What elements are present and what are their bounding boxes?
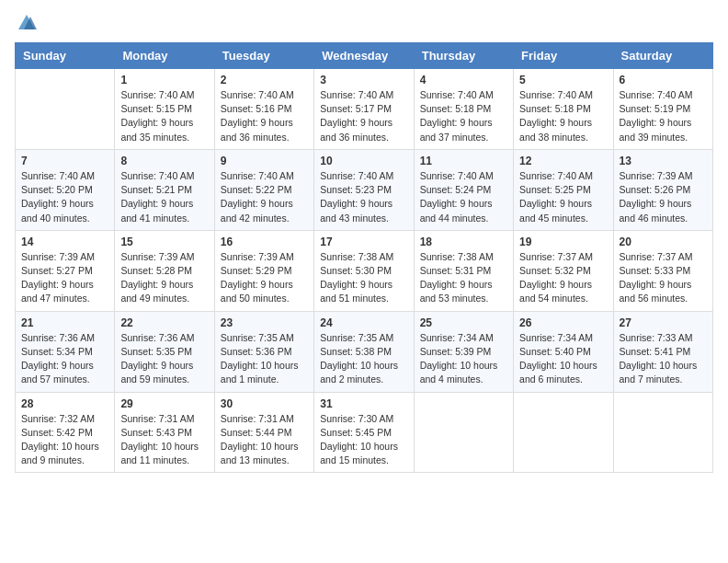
day-info: Sunrise: 7:35 AM Sunset: 5:36 PM Dayligh…: [221, 331, 308, 387]
day-number: 6: [620, 74, 707, 86]
calendar-week-row: 14Sunrise: 7:39 AM Sunset: 5:27 PM Dayli…: [16, 230, 713, 311]
logo-icon: [17, 13, 37, 33]
calendar-table: SundayMondayTuesdayWednesdayThursdayFrid…: [15, 42, 713, 473]
day-number: 9: [221, 155, 308, 167]
calendar-week-row: 28Sunrise: 7:32 AM Sunset: 5:42 PM Dayli…: [16, 392, 713, 473]
calendar-cell: 3Sunrise: 7:40 AM Sunset: 5:17 PM Daylig…: [314, 69, 414, 150]
day-number: 25: [420, 316, 507, 329]
day-number: 14: [21, 236, 108, 248]
calendar-week-row: 7Sunrise: 7:40 AM Sunset: 5:20 PM Daylig…: [16, 149, 713, 230]
day-info: Sunrise: 7:35 AM Sunset: 5:38 PM Dayligh…: [320, 331, 407, 387]
day-number: 26: [519, 316, 607, 329]
column-header-tuesday: Tuesday: [214, 43, 313, 69]
day-info: Sunrise: 7:40 AM Sunset: 5:18 PM Dayligh…: [420, 88, 507, 144]
day-info: Sunrise: 7:39 AM Sunset: 5:26 PM Dayligh…: [620, 169, 707, 225]
day-info: Sunrise: 7:31 AM Sunset: 5:43 PM Dayligh…: [120, 412, 208, 468]
calendar-cell: 22Sunrise: 7:36 AM Sunset: 5:35 PM Dayli…: [115, 311, 214, 392]
logo: [15, 15, 37, 33]
day-number: 10: [320, 155, 407, 167]
column-header-saturday: Saturday: [613, 43, 712, 69]
calendar-cell: [414, 392, 513, 473]
calendar-cell: 20Sunrise: 7:37 AM Sunset: 5:33 PM Dayli…: [613, 230, 712, 311]
page-header: [15, 15, 713, 33]
day-info: Sunrise: 7:36 AM Sunset: 5:35 PM Dayligh…: [120, 331, 208, 387]
day-number: 20: [620, 236, 707, 248]
calendar-cell: 9Sunrise: 7:40 AM Sunset: 5:22 PM Daylig…: [214, 149, 313, 230]
day-number: 17: [320, 236, 407, 248]
day-number: 22: [120, 316, 208, 329]
day-info: Sunrise: 7:40 AM Sunset: 5:24 PM Dayligh…: [420, 169, 507, 225]
day-info: Sunrise: 7:40 AM Sunset: 5:23 PM Dayligh…: [320, 169, 407, 225]
calendar-cell: [613, 392, 712, 473]
calendar-cell: 17Sunrise: 7:38 AM Sunset: 5:30 PM Dayli…: [314, 230, 414, 311]
day-info: Sunrise: 7:40 AM Sunset: 5:21 PM Dayligh…: [120, 169, 208, 225]
day-number: 13: [620, 155, 707, 167]
day-info: Sunrise: 7:38 AM Sunset: 5:30 PM Dayligh…: [320, 250, 407, 306]
calendar-cell: 21Sunrise: 7:36 AM Sunset: 5:34 PM Dayli…: [16, 311, 115, 392]
calendar-cell: 29Sunrise: 7:31 AM Sunset: 5:43 PM Dayli…: [115, 392, 214, 473]
day-number: 16: [221, 236, 308, 248]
day-number: 30: [221, 397, 308, 410]
calendar-cell: 14Sunrise: 7:39 AM Sunset: 5:27 PM Dayli…: [16, 230, 115, 311]
day-info: Sunrise: 7:39 AM Sunset: 5:27 PM Dayligh…: [21, 250, 108, 306]
calendar-cell: 19Sunrise: 7:37 AM Sunset: 5:32 PM Dayli…: [514, 230, 613, 311]
calendar-cell: 16Sunrise: 7:39 AM Sunset: 5:29 PM Dayli…: [214, 230, 313, 311]
calendar-cell: 18Sunrise: 7:38 AM Sunset: 5:31 PM Dayli…: [414, 230, 513, 311]
calendar-cell: 31Sunrise: 7:30 AM Sunset: 5:45 PM Dayli…: [314, 392, 414, 473]
day-info: Sunrise: 7:39 AM Sunset: 5:28 PM Dayligh…: [120, 250, 208, 306]
day-info: Sunrise: 7:39 AM Sunset: 5:29 PM Dayligh…: [221, 250, 308, 306]
day-number: 29: [120, 397, 208, 410]
calendar-cell: 24Sunrise: 7:35 AM Sunset: 5:38 PM Dayli…: [314, 311, 414, 392]
day-info: Sunrise: 7:40 AM Sunset: 5:16 PM Dayligh…: [221, 88, 308, 144]
day-number: 3: [320, 74, 407, 86]
calendar-cell: [16, 69, 115, 150]
day-info: Sunrise: 7:40 AM Sunset: 5:25 PM Dayligh…: [519, 169, 607, 225]
day-number: 31: [320, 397, 407, 410]
day-info: Sunrise: 7:33 AM Sunset: 5:41 PM Dayligh…: [620, 331, 707, 387]
day-number: 21: [21, 316, 108, 329]
day-number: 12: [519, 155, 607, 167]
calendar-cell: 1Sunrise: 7:40 AM Sunset: 5:15 PM Daylig…: [115, 69, 214, 150]
column-header-friday: Friday: [514, 43, 613, 69]
calendar-week-row: 21Sunrise: 7:36 AM Sunset: 5:34 PM Dayli…: [16, 311, 713, 392]
calendar-week-row: 1Sunrise: 7:40 AM Sunset: 5:15 PM Daylig…: [16, 69, 713, 150]
calendar-cell: 27Sunrise: 7:33 AM Sunset: 5:41 PM Dayli…: [613, 311, 712, 392]
calendar-cell: 2Sunrise: 7:40 AM Sunset: 5:16 PM Daylig…: [214, 69, 313, 150]
day-info: Sunrise: 7:38 AM Sunset: 5:31 PM Dayligh…: [420, 250, 507, 306]
calendar-cell: 23Sunrise: 7:35 AM Sunset: 5:36 PM Dayli…: [214, 311, 313, 392]
day-number: 7: [21, 155, 108, 167]
column-header-wednesday: Wednesday: [314, 43, 414, 69]
day-info: Sunrise: 7:40 AM Sunset: 5:18 PM Dayligh…: [519, 88, 607, 144]
calendar-cell: 28Sunrise: 7:32 AM Sunset: 5:42 PM Dayli…: [16, 392, 115, 473]
day-number: 4: [420, 74, 507, 86]
day-info: Sunrise: 7:30 AM Sunset: 5:45 PM Dayligh…: [320, 412, 407, 468]
day-number: 2: [221, 74, 308, 86]
day-info: Sunrise: 7:37 AM Sunset: 5:32 PM Dayligh…: [519, 250, 607, 306]
day-number: 11: [420, 155, 507, 167]
day-info: Sunrise: 7:40 AM Sunset: 5:15 PM Dayligh…: [120, 88, 208, 144]
day-number: 15: [120, 236, 208, 248]
day-number: 28: [21, 397, 108, 410]
day-number: 8: [120, 155, 208, 167]
day-number: 24: [320, 316, 407, 329]
column-header-monday: Monday: [115, 43, 214, 69]
day-number: 23: [221, 316, 308, 329]
calendar-cell: 15Sunrise: 7:39 AM Sunset: 5:28 PM Dayli…: [115, 230, 214, 311]
day-info: Sunrise: 7:34 AM Sunset: 5:40 PM Dayligh…: [519, 331, 607, 387]
calendar-cell: 12Sunrise: 7:40 AM Sunset: 5:25 PM Dayli…: [514, 149, 613, 230]
day-info: Sunrise: 7:40 AM Sunset: 5:19 PM Dayligh…: [620, 88, 707, 144]
calendar-cell: 13Sunrise: 7:39 AM Sunset: 5:26 PM Dayli…: [613, 149, 712, 230]
day-info: Sunrise: 7:32 AM Sunset: 5:42 PM Dayligh…: [21, 412, 108, 468]
calendar-cell: 26Sunrise: 7:34 AM Sunset: 5:40 PM Dayli…: [514, 311, 613, 392]
column-header-thursday: Thursday: [414, 43, 513, 69]
day-info: Sunrise: 7:40 AM Sunset: 5:20 PM Dayligh…: [21, 169, 108, 225]
day-info: Sunrise: 7:37 AM Sunset: 5:33 PM Dayligh…: [620, 250, 707, 306]
day-number: 5: [519, 74, 607, 86]
calendar-cell: 11Sunrise: 7:40 AM Sunset: 5:24 PM Dayli…: [414, 149, 513, 230]
day-number: 27: [620, 316, 707, 329]
calendar-cell: 5Sunrise: 7:40 AM Sunset: 5:18 PM Daylig…: [514, 69, 613, 150]
column-header-sunday: Sunday: [16, 43, 115, 69]
day-number: 18: [420, 236, 507, 248]
calendar-cell: [514, 392, 613, 473]
day-number: 19: [519, 236, 607, 248]
